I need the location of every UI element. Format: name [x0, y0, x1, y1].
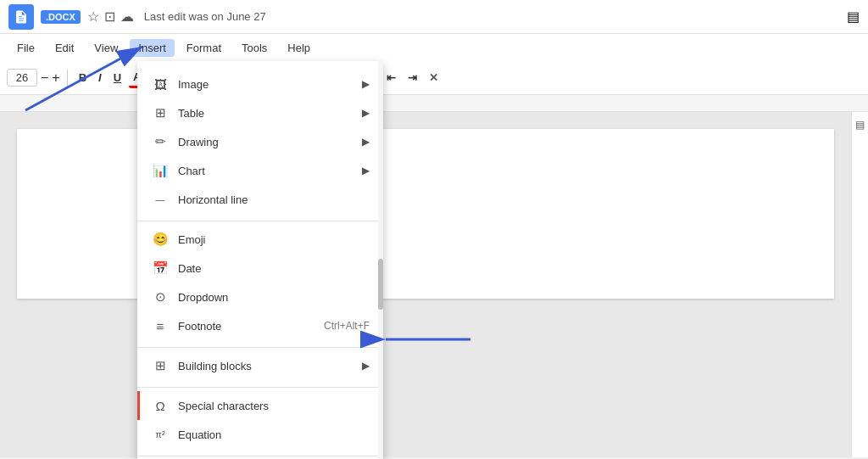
dropdown-scrollbar[interactable]	[378, 61, 383, 459]
top-icons: ☆ ⊡ ☁	[87, 8, 134, 25]
menu-drawing-item[interactable]: ✏ Drawing ▶	[137, 127, 383, 156]
clear-formatting-button[interactable]: ✕	[425, 69, 442, 87]
app-icon[interactable]	[8, 4, 34, 30]
menu-section-media: 🖼 Image ▶ ⊞ Table ▶ ✏ Drawing ▶ 📊 Chart …	[137, 66, 383, 217]
dropdown-label: Dropdown	[178, 291, 370, 304]
building-blocks-icon: ⊞	[151, 356, 170, 375]
menu-help[interactable]: Help	[279, 39, 319, 57]
table-icon: ⊞	[151, 104, 170, 122]
top-bar: .DOCX ☆ ⊡ ☁ Last edit was on June 27 ▤	[0, 0, 868, 34]
footnote-icon: ≡	[151, 316, 170, 335]
menu-dropdown-item[interactable]: ⊙ Dropdown	[137, 283, 383, 311]
toolbar: 26 − + B I U A 🖊 🔗 🖼 💬 ≡ ↕ ☑ ≔ ⑴ ⇤ ⇥ ✕	[0, 61, 868, 95]
last-edit-text: Last edit was on June 27	[144, 10, 266, 23]
top-right: ▤	[847, 8, 860, 25]
building-blocks-label: Building blocks	[178, 360, 362, 372]
equation-icon: π²	[151, 425, 170, 444]
menu-tools[interactable]: Tools	[233, 39, 275, 57]
doc-area	[0, 112, 851, 457]
date-icon: 📅	[151, 259, 170, 277]
font-size-input[interactable]: 26	[7, 69, 37, 87]
table-arrow: ▶	[362, 107, 370, 119]
special-chars-icon: Ω	[151, 396, 170, 415]
hr-icon: —	[151, 190, 170, 209]
menu-file[interactable]: File	[8, 39, 43, 57]
footnote-label: Footnote	[178, 320, 324, 333]
building-blocks-arrow: ▶	[362, 360, 370, 372]
menu-section-page: 📄 Watermark ⊟ Headers & footers ▶ # Page…	[137, 456, 383, 459]
insert-dropdown-menu: 🖼 Image ▶ ⊞ Table ▶ ✏ Drawing ▶ 📊 Chart …	[137, 61, 383, 459]
equation-label: Equation	[178, 428, 370, 441]
menu-chart-item[interactable]: 📊 Chart ▶	[137, 156, 383, 185]
right-panel: ▤	[851, 112, 868, 457]
hr-label: Horizontal line	[178, 193, 370, 206]
menu-edit[interactable]: Edit	[47, 39, 82, 57]
indent-less-button[interactable]: ⇤	[382, 69, 400, 87]
image-label: Image	[178, 78, 362, 91]
menu-date-item[interactable]: 📅 Date	[137, 254, 383, 283]
italic-button[interactable]: I	[94, 69, 106, 87]
special-chars-label: Special characters	[178, 400, 370, 412]
menu-insert[interactable]: Insert	[130, 39, 175, 57]
toolbar-separator-1	[67, 70, 68, 87]
chart-icon: 📊	[151, 161, 170, 180]
emoji-icon: 😊	[151, 230, 170, 249]
menu-table-item[interactable]: ⊞ Table ▶	[137, 98, 383, 127]
indent-more-button[interactable]: ⇥	[403, 69, 421, 87]
menu-format[interactable]: Format	[178, 39, 230, 57]
menu-section-symbols: Ω Special characters π² Equation	[137, 387, 383, 452]
menu-hr-item[interactable]: — Horizontal line	[137, 185, 383, 214]
drawing-arrow: ▶	[362, 136, 370, 148]
drawing-icon: ✏	[151, 132, 170, 151]
font-size-increase[interactable]: +	[52, 70, 59, 86]
drawing-label: Drawing	[178, 136, 362, 148]
menu-section-insert: 😊 Emoji 📅 Date ⊙ Dropdown ≡ Footnote Ctr…	[137, 221, 383, 344]
bold-button[interactable]: B	[75, 69, 91, 87]
image-arrow: ▶	[362, 78, 370, 90]
emoji-label: Emoji	[178, 233, 370, 246]
menu-view[interactable]: View	[86, 39, 126, 57]
date-label: Date	[178, 262, 370, 275]
menu-emoji-item[interactable]: 😊 Emoji	[137, 225, 383, 254]
star-icon[interactable]: ☆	[87, 8, 99, 25]
main-area: ▤	[0, 112, 868, 457]
footnote-shortcut: Ctrl+Alt+F	[324, 320, 370, 332]
panel-icon[interactable]: ▤	[847, 9, 860, 24]
cloud-icon[interactable]: ☁	[120, 8, 134, 25]
ruler	[0, 95, 868, 112]
menu-image-item[interactable]: 🖼 Image ▶	[137, 70, 383, 98]
chart-arrow: ▶	[362, 165, 370, 176]
menu-building-blocks-item[interactable]: ⊞ Building blocks ▶	[137, 351, 383, 380]
scrollbar-thumb[interactable]	[378, 259, 383, 310]
font-size-decrease[interactable]: −	[41, 70, 48, 86]
menu-special-chars-item[interactable]: Ω Special characters	[137, 391, 383, 420]
menu-equation-item[interactable]: π² Equation	[137, 420, 383, 449]
image-icon: 🖼	[151, 75, 170, 93]
chart-label: Chart	[178, 165, 362, 177]
table-label: Table	[178, 107, 362, 120]
menu-bar: File Edit View Insert Format Tools Help	[0, 34, 868, 61]
menu-footnote-item[interactable]: ≡ Footnote Ctrl+Alt+F	[137, 311, 383, 340]
dropdown-icon: ⊙	[151, 288, 170, 306]
docx-badge[interactable]: .DOCX	[41, 10, 81, 24]
monitor-icon[interactable]: ⊡	[104, 8, 115, 25]
underline-button[interactable]: U	[109, 69, 125, 87]
menu-section-blocks: ⊞ Building blocks ▶	[137, 347, 383, 383]
side-panel-icon[interactable]: ▤	[855, 119, 865, 131]
